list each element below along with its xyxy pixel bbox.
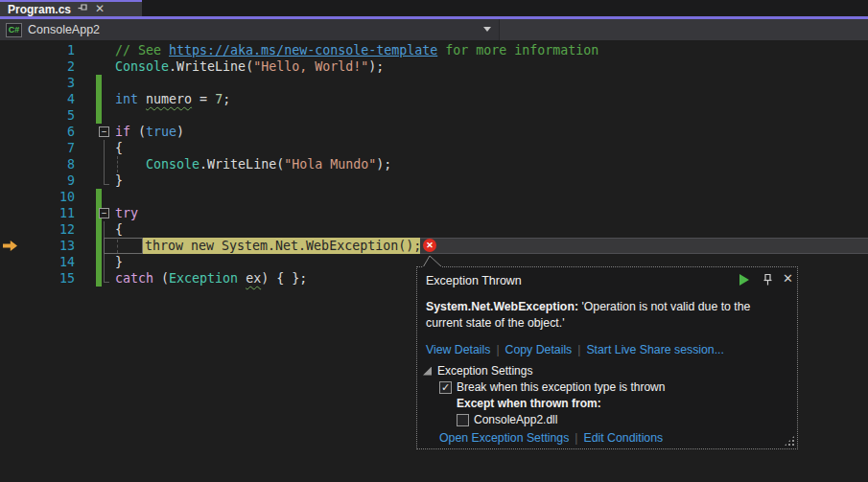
close-icon[interactable]: ✕ bbox=[783, 271, 793, 286]
exception-error-icon[interactable]: ✕ bbox=[423, 239, 436, 252]
break-checkbox-label[interactable]: Break when this exception type is thrown bbox=[457, 380, 665, 394]
code-token: } bbox=[115, 173, 123, 188]
project-dropdown[interactable]: C# ConsoleApp2 bbox=[0, 19, 500, 40]
code-line[interactable]: 10 bbox=[0, 189, 868, 205]
code-token: ( bbox=[153, 271, 169, 286]
code-line[interactable]: −6if (true) bbox=[0, 124, 868, 140]
code-token: ) { }; bbox=[261, 271, 307, 286]
fold-guide bbox=[104, 140, 105, 156]
tab-program-cs[interactable]: Program.cs ✕ bbox=[0, 0, 142, 16]
pin-icon[interactable] bbox=[78, 3, 88, 15]
code-token: = bbox=[192, 92, 215, 106]
link-edit-conditions[interactable]: Edit Conditions bbox=[583, 431, 663, 445]
code-token: } bbox=[115, 255, 123, 269]
code-token: true bbox=[146, 125, 176, 139]
vs-editor-window: Program.cs ✕ C# ConsoleApp2 1// See http… bbox=[0, 0, 868, 482]
line-number: 11 bbox=[21, 205, 75, 221]
code-line[interactable]: 1// See https://aka.ms/new-console-templ… bbox=[0, 42, 868, 58]
continue-play-icon[interactable] bbox=[739, 274, 749, 286]
code-token: "Hello, World!" bbox=[253, 59, 368, 74]
line-number: 10 bbox=[21, 189, 75, 205]
code-token: for more information bbox=[437, 43, 598, 57]
code-line[interactable]: 3 bbox=[0, 75, 868, 91]
change-indicator bbox=[96, 75, 102, 91]
change-indicator bbox=[96, 221, 102, 238]
tab-title: Program.cs bbox=[8, 3, 71, 16]
change-indicator bbox=[96, 91, 102, 107]
code-token: 7 bbox=[215, 92, 223, 106]
fold-guide bbox=[104, 221, 105, 238]
line-number: 4 bbox=[21, 91, 75, 107]
line-number: 2 bbox=[21, 58, 75, 75]
code-line[interactable]: 8 Console.WriteLine("Hola Mundo"); bbox=[0, 156, 868, 172]
code-token: Console bbox=[115, 59, 169, 74]
line-number: 13 bbox=[21, 238, 75, 254]
link-separator: | bbox=[569, 431, 583, 445]
code-token: Console bbox=[146, 157, 199, 172]
module-checkbox[interactable] bbox=[457, 414, 469, 426]
change-indicator bbox=[96, 270, 102, 287]
code-token: ( bbox=[130, 125, 146, 139]
code-line[interactable]: 7{ bbox=[0, 140, 868, 156]
link-copy-details[interactable]: Copy Details bbox=[505, 343, 573, 356]
code-text: { bbox=[115, 221, 123, 238]
code-token: ex bbox=[246, 271, 261, 286]
link-open-exception-settings[interactable]: Open Exception Settings bbox=[439, 431, 569, 445]
code-token: ( bbox=[246, 59, 253, 74]
code-text: if (true) bbox=[115, 124, 184, 140]
change-indicator bbox=[96, 107, 102, 124]
link-start-live-share-session[interactable]: Start Live Share session... bbox=[586, 343, 724, 356]
fold-toggle-icon[interactable]: − bbox=[99, 208, 109, 218]
code-token: WriteLine bbox=[176, 59, 246, 74]
line-number: 3 bbox=[21, 75, 75, 91]
expander-icon[interactable] bbox=[423, 367, 432, 376]
code-token: try bbox=[115, 206, 138, 220]
code-token: "Hola Mundo" bbox=[284, 157, 376, 172]
code-token: . bbox=[199, 157, 207, 172]
code-token: ); bbox=[376, 157, 391, 172]
code-token: . bbox=[169, 59, 176, 74]
exception-settings-header[interactable]: Exception Settings bbox=[423, 364, 532, 378]
code-token: { bbox=[115, 222, 123, 237]
exception-line-lead-box bbox=[104, 238, 143, 254]
code-token: numero bbox=[146, 92, 192, 106]
code-token: WriteLine bbox=[207, 157, 276, 172]
pin-icon[interactable] bbox=[762, 273, 774, 289]
line-number: 14 bbox=[21, 254, 75, 270]
navigation-bar: C# ConsoleApp2 bbox=[0, 19, 868, 41]
link-view-details[interactable]: View Details bbox=[426, 343, 490, 356]
comment-link[interactable]: https://aka.ms/new-console-template bbox=[169, 43, 437, 57]
popup-callout-notch bbox=[422, 255, 443, 268]
chevron-down-icon[interactable] bbox=[483, 27, 491, 32]
code-line[interactable]: 4int numero = 7; bbox=[0, 91, 868, 107]
code-line[interactable]: 5 bbox=[0, 107, 868, 124]
code-token: Exception bbox=[169, 271, 238, 286]
change-indicator bbox=[96, 238, 102, 254]
code-text: int numero = 7; bbox=[115, 91, 230, 107]
close-icon[interactable]: ✕ bbox=[95, 4, 105, 14]
project-name: ConsoleApp2 bbox=[28, 23, 100, 36]
resize-grip[interactable] bbox=[784, 435, 795, 447]
fold-toggle-icon[interactable]: − bbox=[99, 126, 109, 137]
code-token: ) bbox=[176, 125, 184, 139]
module-checkbox-label[interactable]: ConsoleApp2.dll bbox=[474, 413, 557, 426]
code-text: catch (Exception ex) { }; bbox=[115, 270, 307, 287]
code-line[interactable]: 9} bbox=[0, 172, 868, 189]
code-token: int bbox=[115, 92, 138, 106]
break-checkbox[interactable]: ✓ bbox=[439, 381, 452, 394]
code-text: // See https://aka.ms/new-console-templa… bbox=[115, 42, 598, 58]
code-line[interactable]: −11try bbox=[0, 205, 868, 221]
fold-guide-corner bbox=[104, 172, 109, 185]
exception-type: System.Net.WebException: bbox=[426, 300, 578, 313]
link-separator: | bbox=[572, 343, 586, 356]
line-number: 12 bbox=[21, 221, 75, 238]
line-number: 8 bbox=[21, 156, 75, 172]
code-line[interactable]: 12{ bbox=[0, 221, 868, 238]
exception-message: System.Net.WebException: 'Operation is n… bbox=[426, 299, 785, 332]
exception-settings-label: Exception Settings bbox=[437, 364, 532, 378]
code-line[interactable]: 2Console.WriteLine("Hello, World!"); bbox=[0, 58, 868, 75]
code-line[interactable]: 13throw new System.Net.WebException();✕ bbox=[0, 238, 868, 254]
exception-highlighted-statement[interactable]: throw new System.Net.WebException(); bbox=[143, 238, 424, 254]
csharp-project-icon: C# bbox=[6, 23, 22, 37]
change-indicator bbox=[96, 189, 102, 205]
